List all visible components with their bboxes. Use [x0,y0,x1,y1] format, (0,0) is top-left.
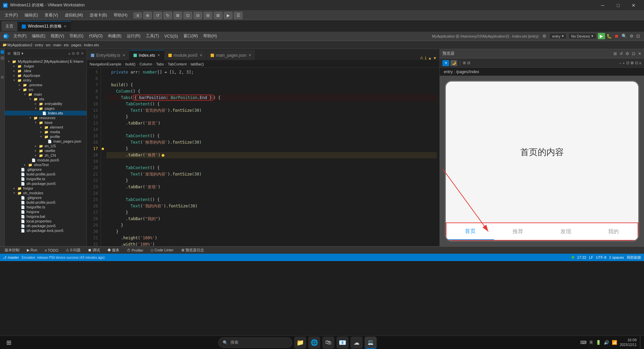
taskbar-keyboard[interactable]: ⌨ [580,340,587,345]
preview-toggle-light[interactable]: ☀ [442,60,449,66]
ide-menu-vcs[interactable]: VCS(S) [162,33,181,40]
tree-item-en_US[interactable]: ▸ 📁 en_US [5,144,87,148]
editor-tab-module[interactable]: module.json5 ✕ [164,50,207,60]
preview-toolbar-refresh[interactable]: ↺ [620,51,623,56]
tree-item-pages[interactable]: ▾ 📁 pages [5,106,87,111]
activity-search[interactable] [1,56,4,60]
tree-item-hvigorfile[interactable]: 📄 hvigorfile.ts [5,177,87,181]
taskbar-volume[interactable]: 🔊 [604,340,609,345]
start-button[interactable]: ⊞ [3,337,15,349]
phone-tab-me[interactable]: 我的 [590,228,638,235]
ide-menu-run[interactable]: 运行(R) [124,32,143,40]
tree-item-build-profile[interactable]: 📄 build-profile.json5 [5,172,87,177]
preview-layout-btn[interactable]: ⊞ [463,61,466,65]
cb-tabbar[interactable]: tabBar() [191,62,204,66]
taskbar-app-store[interactable]: 🛍 [322,337,334,349]
bottom-tab-service[interactable]: ◆ 服务 [104,247,123,253]
bc-main[interactable]: main [53,43,61,47]
tree-item-oh-package2[interactable]: 📄 oh-package.json5 [5,223,87,228]
menu-item-file[interactable]: 文件(F) [1,11,21,19]
tree-item-main-pages[interactable]: 📄 main_pages.json [5,139,87,144]
bc-src[interactable]: src [46,43,51,47]
tree-item-ohostest[interactable]: ▸ 📁 ohosTest [5,162,87,167]
tree-item-build-profile2[interactable]: 📄 build-profile.json5 [5,200,87,205]
ide-menu-tools[interactable]: 工具(T) [143,32,162,40]
bottom-tab-debug[interactable]: ⏹ 调试 [85,247,103,253]
menu-item-help[interactable]: 帮助(H) [110,11,131,19]
toolbar-btn-6[interactable]: ⊟ [194,12,202,19]
tree-item-main[interactable]: ▾ 📁 main [5,92,87,97]
settings-icon[interactable]: ⚙ [541,33,548,40]
bc-entry[interactable]: entry [35,43,43,47]
minimize-button[interactable]: ─ [595,0,610,11]
tree-item-gitignore2[interactable]: 📄 .gitignore [5,195,87,200]
tab-close-2[interactable]: ✕ [157,53,160,57]
ide-menu-help[interactable]: 帮助(H) [201,32,220,40]
sidebar-toolbar-icon1[interactable]: ⊞ [7,51,10,56]
bottom-tab-preview-log[interactable]: 🖥 预览器日志 [177,247,207,253]
search-bar[interactable]: 🔍 搜索 [218,338,292,348]
preview-extra3[interactable]: ≡ [639,61,641,65]
toolbar-btn-1[interactable]: ⊕ [143,12,152,19]
phone-tab-home[interactable]: 首页 [446,223,494,240]
cb-column[interactable]: Column [140,62,152,66]
tree-item-oh-modules[interactable]: ▾ 📁 oh_modules [5,191,87,195]
pause-button[interactable]: ⏸ [133,12,142,18]
menu-item-tabs[interactable]: 选项卡(B) [86,11,110,19]
tree-item-entry[interactable]: ▾ 📁 entry [5,78,87,83]
tree-item-hvigor2[interactable]: ▸ 📁 hvigor [5,186,87,191]
tree-item-base[interactable]: ▾ 📁 base [5,120,87,125]
tree-item-hvigor[interactable]: ▸ 📁 .hvigor [5,64,87,68]
tree-item-rawfile[interactable]: ▸ 📁 rawfile [5,148,87,153]
close-button[interactable]: ✕ [626,0,641,11]
tree-item-oh-lock[interactable]: 📄 oh-package-lock.json5 [5,228,87,233]
taskbar-app-onedrive[interactable]: ☁ [351,337,363,349]
menu-item-vm[interactable]: 虚拟机(M) [61,11,86,19]
device-selector[interactable]: No Devices ▾ [568,33,596,39]
bottom-tab-run[interactable]: ▶ Run [23,247,41,253]
ide-menu-file[interactable]: 文件(F) [11,32,29,40]
entry-selector[interactable]: entry ▾ [549,33,567,39]
tree-item-gitignore[interactable]: 📄 .gitignore [5,167,87,172]
taskbar-app-edge[interactable]: 🌐 [308,337,320,349]
preview-extra2[interactable]: ⊡ [635,61,638,65]
preview-zoom-out[interactable]: − [619,61,621,65]
cb-build[interactable]: build() [125,62,136,66]
sidebar-close[interactable]: ✕ [81,51,84,56]
bc-app[interactable]: MyApplication2 [7,43,33,47]
tree-item-appscope[interactable]: ▸ 📁 AppScope [5,73,87,78]
bottom-tab-profiler[interactable]: ⏱ Profiler [123,248,147,253]
sidebar-collapse-all[interactable]: ⊟ [72,51,75,56]
preview-toolbar-settings[interactable]: ⚙ [626,51,629,56]
ide-menu-window[interactable]: 窗口(W) [181,32,201,40]
bc-index[interactable]: Index.ets [84,43,99,47]
editor-tab-index[interactable]: Index.ets ✕ [129,50,164,60]
cb-tabcontent[interactable]: TabContent [168,62,186,66]
tree-item-ets[interactable]: ▾ 📁 ets [5,97,87,101]
tree-item-oh-package[interactable]: 📄 oh-package.json5 [5,181,87,186]
bc-pages[interactable]: pages [71,43,82,47]
activity-bookmarks[interactable] [1,76,4,79]
code-content[interactable]: private arr: number[] = [1, 2, 3]; build… [104,68,439,246]
preview-extra1[interactable]: ⊠ [631,61,634,65]
tab-win11[interactable]: Windows11 的攻略 ✕ [18,21,71,31]
preview-toolbar-expand[interactable]: ⊡ [632,51,635,56]
tree-item-idea[interactable]: ▸ 📁 .idea [5,68,87,73]
toolbar-btn-8[interactable]: ⊠ [214,12,222,19]
ide-menu-code[interactable]: 代码(O) [86,32,105,40]
tree-item-resources[interactable]: ▾ 📁 resources [5,115,87,120]
error-nav-up[interactable]: ▲ [428,56,432,60]
toolbar-btn-2[interactable]: ↺ [153,12,162,19]
run-button[interactable]: ▶ [598,33,605,39]
preview-zoom-in[interactable]: + [623,61,625,65]
ide-menu-build[interactable]: 构建(B) [105,32,124,40]
search-icon[interactable]: 🔍 [622,34,627,39]
taskbar-network[interactable]: 📶 [612,340,617,345]
toolbar-btn-5[interactable]: ⊡ [183,12,192,19]
cb-nav[interactable]: NavigationExample [90,62,121,66]
toolbar-btn-7[interactable]: ⊞ [204,12,212,19]
tree-item-index-ets[interactable]: 📄 Index.ets [5,111,87,115]
menu-item-edit[interactable]: 编辑(E) [21,11,41,19]
preview-fullscreen[interactable]: ⊡ [626,61,629,65]
preview-toolbar-grid[interactable]: ⊞ [613,51,617,56]
